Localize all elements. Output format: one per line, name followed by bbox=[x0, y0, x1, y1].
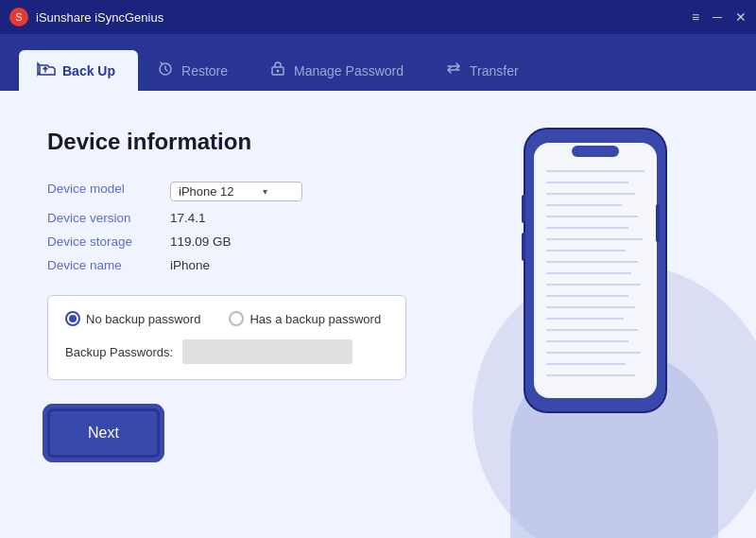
menu-icon[interactable]: ≡ bbox=[692, 9, 699, 25]
device-model-label: Device model bbox=[47, 182, 170, 201]
tab-backup[interactable]: Back Up bbox=[19, 50, 138, 91]
password-box: No backup password Has a backup password… bbox=[47, 295, 406, 380]
no-backup-password-radio[interactable] bbox=[65, 311, 80, 326]
device-model-dropdown[interactable]: iPhone 12 ▾ bbox=[170, 182, 302, 201]
title-bar: S iSunshare iSyncGenius ≡ ─ ✕ bbox=[0, 0, 756, 34]
chevron-down-icon: ▾ bbox=[263, 186, 267, 197]
svg-point-2 bbox=[277, 70, 280, 73]
tab-transfer-label: Transfer bbox=[470, 63, 519, 78]
device-storage-label: Device storage bbox=[47, 234, 170, 249]
nav-bar: Back Up Restore Manage Password bbox=[0, 34, 756, 91]
app-icon: S bbox=[9, 8, 28, 26]
tab-manage-password[interactable]: Manage Password bbox=[250, 50, 426, 91]
no-backup-password-label: No backup password bbox=[86, 312, 200, 326]
restore-icon bbox=[155, 60, 176, 81]
phone-illustration bbox=[482, 119, 699, 435]
tab-transfer[interactable]: Transfer bbox=[426, 50, 541, 91]
no-backup-password-option[interactable]: No backup password bbox=[65, 311, 200, 326]
device-version-label: Device version bbox=[47, 211, 170, 225]
minimize-icon[interactable]: ─ bbox=[713, 9, 722, 25]
password-radio-row: No backup password Has a backup password bbox=[65, 311, 388, 326]
device-model-value: iPhone 12 bbox=[179, 184, 234, 199]
app-title: iSunshare iSyncGenius bbox=[36, 10, 163, 25]
has-backup-password-label: Has a backup password bbox=[249, 312, 381, 326]
transfer-icon bbox=[443, 60, 464, 81]
backup-password-field-label: Backup Passwords: bbox=[65, 345, 173, 359]
svg-rect-5 bbox=[572, 146, 619, 157]
close-icon[interactable]: ✕ bbox=[735, 9, 747, 25]
manage-password-icon bbox=[267, 60, 288, 81]
svg-rect-26 bbox=[522, 233, 525, 261]
svg-rect-25 bbox=[522, 195, 525, 223]
backup-password-row: Backup Passwords: bbox=[65, 339, 388, 364]
device-version-value: 17.4.1 bbox=[170, 211, 378, 225]
backup-password-input[interactable] bbox=[182, 339, 352, 364]
window-controls[interactable]: ≡ ─ ✕ bbox=[692, 9, 747, 25]
tab-restore-label: Restore bbox=[181, 63, 228, 78]
tab-restore[interactable]: Restore bbox=[138, 50, 250, 91]
svg-rect-27 bbox=[656, 204, 660, 242]
has-backup-password-radio[interactable] bbox=[229, 311, 244, 326]
has-backup-password-option[interactable]: Has a backup password bbox=[229, 311, 381, 326]
next-button[interactable]: Next bbox=[47, 408, 160, 458]
backup-icon bbox=[36, 60, 57, 81]
device-name-value: iPhone bbox=[170, 258, 378, 272]
tab-manage-password-label: Manage Password bbox=[294, 63, 404, 78]
title-bar-left: S iSunshare iSyncGenius bbox=[9, 8, 163, 26]
tab-backup-label: Back Up bbox=[62, 63, 115, 78]
main-content: Device information Device model iPhone 1… bbox=[0, 91, 756, 538]
device-name-label: Device name bbox=[47, 258, 170, 272]
device-storage-value: 119.09 GB bbox=[170, 234, 378, 249]
svg-rect-4 bbox=[534, 143, 657, 398]
